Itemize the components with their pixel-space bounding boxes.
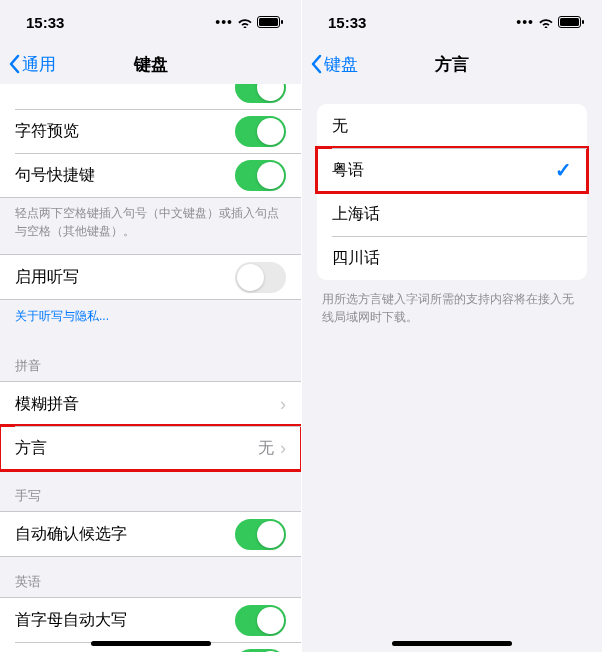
chevron-right-icon: › bbox=[280, 395, 286, 413]
toggle-switch[interactable] bbox=[235, 116, 286, 147]
row-value: 无 bbox=[258, 438, 274, 459]
svg-rect-4 bbox=[560, 18, 579, 26]
chevron-left-icon bbox=[310, 54, 322, 74]
ellipsis-icon: ••• bbox=[215, 14, 233, 30]
status-bar: 15:33 ••• bbox=[302, 0, 602, 44]
row-label: 启用听写 bbox=[15, 267, 235, 288]
wifi-icon bbox=[538, 16, 554, 28]
row-fuzzy-pinyin[interactable]: 模糊拼音 › bbox=[0, 382, 301, 426]
footer-note: 用所选方言键入字词所需的支持内容将在接入无线局域网时下载。 bbox=[302, 280, 602, 336]
option-sichuanese[interactable]: 四川话 bbox=[317, 236, 587, 280]
row-enable-dictation[interactable]: 启用听写 bbox=[0, 255, 301, 299]
option-shanghainese[interactable]: 上海话 bbox=[317, 192, 587, 236]
row-auto-capitalize[interactable]: 首字母自动大写 bbox=[0, 598, 301, 642]
svg-rect-2 bbox=[281, 20, 283, 24]
row-label: 模糊拼音 bbox=[15, 394, 280, 415]
nav-bar: 通用 键盘 bbox=[0, 44, 301, 84]
nav-title: 键盘 bbox=[134, 53, 168, 76]
row-label: 句号快捷键 bbox=[15, 165, 235, 186]
row-label: 四川话 bbox=[332, 248, 572, 269]
nav-bar: 键盘 方言 bbox=[302, 44, 602, 84]
status-time: 15:33 bbox=[328, 14, 366, 31]
back-label: 键盘 bbox=[324, 53, 358, 76]
check-icon: ✓ bbox=[555, 158, 572, 182]
back-button[interactable]: 通用 bbox=[8, 53, 56, 76]
row-char-preview[interactable]: 字符预览 bbox=[0, 109, 301, 153]
chevron-right-icon: › bbox=[280, 439, 286, 457]
section-header-english: 英语 bbox=[0, 557, 301, 597]
home-indicator[interactable] bbox=[91, 641, 211, 646]
dictation-privacy-link[interactable]: 关于听写与隐私... bbox=[0, 300, 301, 341]
row-dialect[interactable]: 方言 无 › bbox=[0, 426, 301, 470]
svg-rect-1 bbox=[259, 18, 278, 26]
status-bar: 15:33 ••• bbox=[0, 0, 301, 44]
screen-keyboard-settings: 15:33 ••• 通用 键盘 字符预览 句号快捷键 bbox=[0, 0, 301, 652]
battery-icon bbox=[257, 16, 283, 28]
group-general-typing: 字符预览 句号快捷键 bbox=[0, 84, 301, 198]
section-header-handwrite: 手写 bbox=[0, 471, 301, 511]
row-label: 字符预览 bbox=[15, 121, 235, 142]
status-indicators: ••• bbox=[215, 14, 283, 30]
toggle-switch[interactable] bbox=[235, 84, 286, 103]
ellipsis-icon: ••• bbox=[516, 14, 534, 30]
content-scroll[interactable]: 无 粤语 ✓ 上海话 四川话 用所选方言键入字词所需的支持内容将在接入无线局域网… bbox=[302, 84, 602, 652]
row-label: 无 bbox=[332, 116, 572, 137]
toggle-switch[interactable] bbox=[235, 605, 286, 636]
status-indicators: ••• bbox=[516, 14, 584, 30]
svg-rect-5 bbox=[582, 20, 584, 24]
row-truncated[interactable] bbox=[0, 84, 301, 109]
group-handwrite: 自动确认候选字 bbox=[0, 511, 301, 557]
row-label: 自动确认候选字 bbox=[15, 524, 235, 545]
row-auto-confirm-candidate[interactable]: 自动确认候选字 bbox=[0, 512, 301, 556]
status-time: 15:33 bbox=[26, 14, 64, 31]
home-indicator[interactable] bbox=[392, 641, 512, 646]
toggle-switch[interactable] bbox=[235, 262, 286, 293]
row-label: 粤语 bbox=[332, 160, 555, 181]
group-pinyin: 模糊拼音 › 方言 无 › bbox=[0, 381, 301, 471]
chevron-left-icon bbox=[8, 54, 20, 74]
battery-icon bbox=[558, 16, 584, 28]
option-cantonese[interactable]: 粤语 ✓ bbox=[317, 148, 587, 192]
back-button[interactable]: 键盘 bbox=[310, 53, 358, 76]
back-label: 通用 bbox=[22, 53, 56, 76]
row-period-shortcut[interactable]: 句号快捷键 bbox=[0, 153, 301, 197]
section-header-pinyin: 拼音 bbox=[0, 341, 301, 381]
option-none[interactable]: 无 bbox=[317, 104, 587, 148]
row-label: 方言 bbox=[15, 438, 258, 459]
row-label: 上海话 bbox=[332, 204, 572, 225]
footer-note: 轻点两下空格键插入句号（中文键盘）或插入句点与空格（其他键盘）。 bbox=[0, 198, 301, 254]
row-label: 首字母自动大写 bbox=[15, 610, 235, 631]
wifi-icon bbox=[237, 16, 253, 28]
nav-title: 方言 bbox=[435, 53, 469, 76]
content-scroll[interactable]: 字符预览 句号快捷键 轻点两下空格键插入句号（中文键盘）或插入句点与空格（其他键… bbox=[0, 84, 301, 652]
toggle-switch[interactable] bbox=[235, 160, 286, 191]
toggle-switch[interactable] bbox=[235, 649, 286, 653]
toggle-switch[interactable] bbox=[235, 519, 286, 550]
group-dialect-options: 无 粤语 ✓ 上海话 四川话 bbox=[317, 104, 587, 280]
group-dictation: 启用听写 bbox=[0, 254, 301, 300]
screen-dialect-selection: 15:33 ••• 键盘 方言 无 粤语 ✓ 上海话 四川话 bbox=[301, 0, 602, 652]
